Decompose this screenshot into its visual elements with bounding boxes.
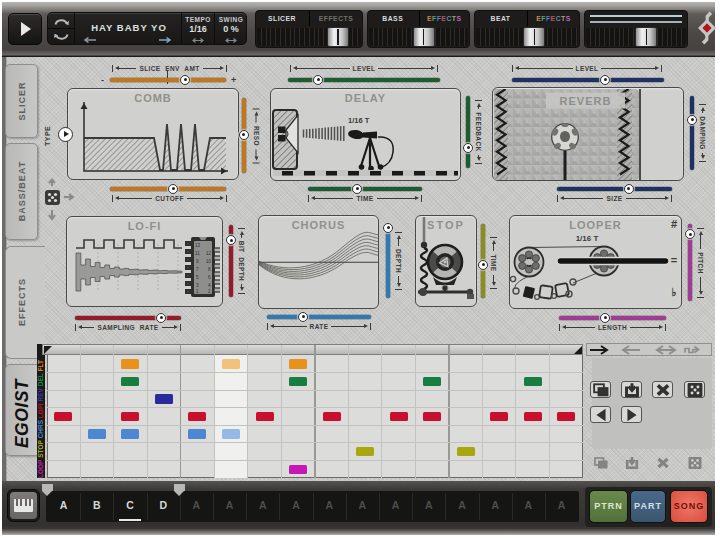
svg-text:11: 11 <box>195 251 200 256</box>
svg-text:12: 12 <box>206 251 212 256</box>
svg-text:1/16 T: 1/16 T <box>348 116 370 125</box>
svg-text:REVERB: REVERB <box>559 95 611 107</box>
svg-text:13: 13 <box>195 243 201 248</box>
svg-text:10: 10 <box>206 259 212 264</box>
svg-text:1/16 T: 1/16 T <box>576 234 599 243</box>
